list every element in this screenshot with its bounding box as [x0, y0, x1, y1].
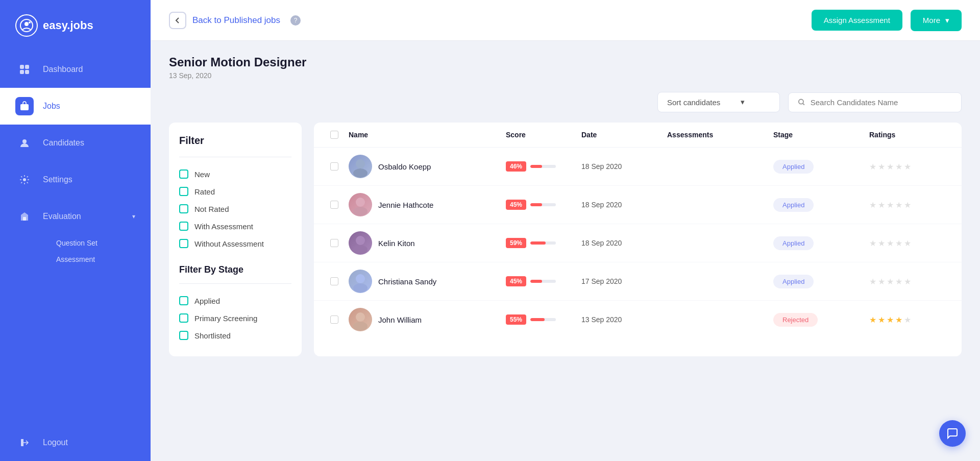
filter-item-rated[interactable]: Rated [179, 183, 291, 200]
svg-point-18 [356, 274, 365, 283]
stage-badge-1[interactable]: Applied [773, 160, 814, 174]
sort-label: Sort candidates [667, 98, 720, 107]
sidebar-navigation: Dashboard Jobs Candidates [0, 51, 151, 461]
filter-label-shortlisted: Shortlisted [194, 331, 231, 340]
logo-icon [15, 14, 38, 37]
sidebar-item-settings[interactable]: Settings [0, 161, 151, 198]
sidebar-item-evaluation[interactable]: Evaluation ▾ Question Set Assessment [0, 198, 151, 277]
svg-point-15 [353, 207, 368, 216]
score-badge-5: 55% [506, 314, 577, 325]
date-2: 18 Sep 2020 [581, 201, 663, 209]
stage-badge-4[interactable]: Applied [773, 275, 814, 288]
search-candidates-input[interactable] [811, 98, 952, 107]
filter-by-stage-divider [179, 283, 291, 284]
date-5: 13 Sep 2020 [581, 316, 663, 324]
settings-label: Settings [43, 175, 72, 184]
stage-badge-5[interactable]: Rejected [773, 313, 818, 327]
filter-label-applied: Applied [194, 297, 220, 305]
stars-4: ★★★★★ [869, 277, 946, 286]
filter-item-with-assessment[interactable]: With Assessment [179, 217, 291, 235]
stars-3: ★★★★★ [869, 238, 946, 248]
dashboard-label: Dashboard [43, 65, 83, 74]
jobs-label: Jobs [43, 102, 60, 111]
filter-checkbox-shortlisted[interactable] [179, 331, 188, 340]
filter-item-without-assessment[interactable]: Without Assessment [179, 235, 291, 252]
row-checkbox-cell [324, 316, 345, 324]
row-checkbox-1[interactable] [330, 162, 338, 171]
select-all-checkbox[interactable] [330, 131, 338, 139]
sidebar-item-candidates[interactable]: Candidates [0, 125, 151, 161]
filter-title: Filter [179, 135, 291, 147]
more-button[interactable]: More ▾ [911, 10, 962, 31]
filter-checkbox-applied[interactable] [179, 296, 188, 305]
filter-checkbox-new[interactable] [179, 169, 188, 179]
candidates-table: Name Score Date Assessments Stage Rating… [314, 123, 962, 356]
row-checkbox-5[interactable] [330, 316, 338, 324]
table-row: Jennie Hathcote 45% 18 Sep 2020 Applied … [314, 186, 962, 224]
svg-rect-10 [23, 217, 26, 221]
filter-checkbox-with-assessment[interactable] [179, 222, 188, 231]
candidate-name-1: Osbaldo Koepp [378, 162, 431, 171]
score-bar-4 [530, 280, 556, 283]
row-checkbox-cell [324, 239, 345, 247]
svg-point-20 [356, 312, 365, 322]
svg-point-14 [356, 198, 365, 207]
avatar-5 [349, 308, 372, 331]
filter-item-new[interactable]: New [179, 165, 291, 183]
stage-cell-4: Applied [773, 275, 865, 288]
sidebar-item-assessment[interactable]: Assessment [56, 251, 97, 268]
help-icon: ? [290, 15, 301, 26]
row-checkbox-3[interactable] [330, 239, 338, 247]
logo: easy.jobs [0, 0, 151, 51]
col-name: Name [349, 131, 502, 139]
filter-item-applied[interactable]: Applied [179, 292, 291, 309]
filter-checkbox-primary-screening[interactable] [179, 313, 188, 323]
back-to-jobs-button[interactable]: Back to Published jobs ? [169, 12, 301, 29]
candidate-name-3: Kelin Kiton [378, 239, 415, 248]
svg-rect-7 [20, 104, 29, 110]
filter-checkbox-not-rated[interactable] [179, 204, 188, 213]
score-pill-3: 59% [506, 238, 526, 248]
score-pill-2: 45% [506, 200, 526, 210]
filter-item-primary-screening[interactable]: Primary Screening [179, 309, 291, 327]
evaluation-chevron: ▾ [132, 213, 135, 220]
header: Back to Published jobs ? Assign Assessme… [151, 0, 980, 41]
svg-point-9 [23, 178, 26, 181]
stage-cell-1: Applied [773, 160, 865, 174]
svg-point-11 [799, 99, 803, 104]
filter-checkbox-without-assessment[interactable] [179, 239, 188, 248]
main-content: Back to Published jobs ? Assign Assessme… [151, 0, 980, 461]
content-grid: Filter New Rated Not Rated With Assessme… [169, 123, 962, 356]
sort-candidates-dropdown[interactable]: Sort candidates ▾ [657, 92, 780, 112]
col-stage: Stage [773, 131, 865, 139]
filter-checkbox-rated[interactable] [179, 187, 188, 196]
svg-point-13 [353, 168, 368, 178]
table-row: Osbaldo Koepp 46% 18 Sep 2020 Applied ★ … [314, 148, 962, 186]
sidebar-item-logout[interactable]: Logout [0, 424, 151, 461]
score-bar-2 [530, 203, 556, 206]
chat-button[interactable] [939, 420, 966, 447]
candidate-name-5: John William [378, 316, 422, 324]
logo-text: easy.jobs [43, 19, 93, 32]
row-checkbox-4[interactable] [330, 277, 338, 285]
score-badge-4: 45% [506, 276, 577, 286]
filter-item-shortlisted[interactable]: Shortlisted [179, 327, 291, 344]
sidebar-item-jobs[interactable]: Jobs [0, 88, 151, 125]
date-1: 18 Sep 2020 [581, 162, 663, 171]
svg-rect-6 [25, 70, 29, 74]
header-checkbox-cell [324, 131, 345, 139]
stage-badge-3[interactable]: Applied [773, 236, 814, 250]
svg-point-19 [353, 283, 368, 293]
dashboard-icon [15, 60, 34, 79]
stars-1: ★ ★ ★ ★ ★ [869, 162, 946, 172]
candidate-info-1: Osbaldo Koepp [349, 155, 502, 178]
filter-item-not-rated[interactable]: Not Rated [179, 200, 291, 217]
stage-badge-2[interactable]: Applied [773, 198, 814, 212]
search-candidates-box [788, 92, 962, 112]
sidebar-item-questionset[interactable]: Question Set [56, 235, 97, 251]
logout-icon [15, 433, 34, 452]
row-checkbox-2[interactable] [330, 201, 338, 209]
sidebar-item-dashboard[interactable]: Dashboard [0, 51, 151, 88]
assign-assessment-button[interactable]: Assign Assessment [812, 10, 902, 31]
table-row: Christiana Sandy 45% 17 Sep 2020 Applied… [314, 262, 962, 301]
